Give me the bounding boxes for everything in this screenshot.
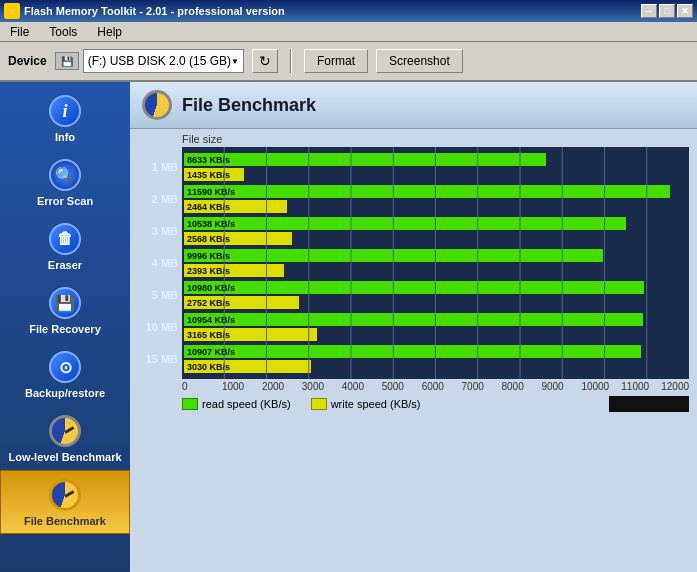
bar-read-15mb: 10907 KB/s: [184, 345, 687, 358]
sidebar-item-error-scan[interactable]: 🔍 Error Scan: [0, 150, 130, 214]
bar-write-4mb: 2393 KB/s: [184, 264, 687, 277]
bar-write-fill-3mb: 2568 KB/s: [184, 232, 292, 245]
bar-write-1mb: 1435 KB/s: [184, 168, 687, 181]
sidebar: i Info 🔍 Error Scan 🗑 Eraser 💾 File Reco…: [0, 82, 130, 572]
bar-read-fill-15mb: 10907 KB/s: [184, 345, 641, 358]
bar-write-label-4mb: 2393 KB/s: [184, 266, 233, 276]
bar-group-15mb: 10907 KB/s 3030 KB/s: [182, 345, 689, 373]
bar-write-2mb: 2464 KB/s: [184, 200, 687, 213]
bar-write-label-2mb: 2464 KB/s: [184, 202, 233, 212]
bar-read-label-5mb: 10980 KB/s: [184, 283, 238, 293]
bar-read-fill-4mb: 9996 KB/s: [184, 249, 603, 262]
bar-write-fill-15mb: 3030 KB/s: [184, 360, 311, 373]
x-tick-10000: 10000: [581, 381, 621, 392]
bar-read-label-10mb: 10954 KB/s: [184, 315, 238, 325]
sidebar-label-low-level-benchmark: Low-level Benchmark: [8, 451, 121, 463]
bar-read-1mb: 8633 KB/s: [184, 153, 687, 166]
sidebar-item-backup-restore[interactable]: ⊙ Backup/restore: [0, 342, 130, 406]
info-icon: i: [49, 95, 81, 127]
y-label-5mb: 5 MB: [138, 279, 182, 311]
screenshot-button[interactable]: Screenshot: [376, 49, 463, 73]
panel-clock-icon: [142, 90, 172, 120]
y-label-2mb: 2 MB: [138, 183, 182, 215]
minimize-button[interactable]: ─: [641, 4, 657, 18]
chart-inner: 8633 KB/s 1435 KB/s: [182, 147, 689, 379]
sidebar-item-file-recovery[interactable]: 💾 File Recovery: [0, 278, 130, 342]
menu-help[interactable]: Help: [91, 23, 128, 41]
device-label-text: Device: [8, 54, 47, 68]
sidebar-item-info[interactable]: i Info: [0, 86, 130, 150]
legend: read speed (KB/s) write speed (KB/s): [182, 396, 689, 412]
bar-read-label-3mb: 10538 KB/s: [184, 219, 238, 229]
y-label-4mb: 4 MB: [138, 247, 182, 279]
bar-write-3mb: 2568 KB/s: [184, 232, 687, 245]
chart-file-size-label: File size: [182, 133, 689, 145]
chart-wrapper: File size 1 MB 2 MB 3 MB 4 MB 5 MB 10 MB…: [130, 129, 697, 416]
panel-title: File Benchmark: [182, 95, 316, 116]
bars-area: 8633 KB/s 1435 KB/s: [182, 147, 689, 379]
menu-bar: File Tools Help: [0, 22, 697, 42]
bar-group-1mb: 8633 KB/s 1435 KB/s: [182, 153, 689, 181]
toolbar-separator: [290, 49, 292, 73]
device-icon: 💾: [55, 52, 79, 70]
legend-read-box: [182, 398, 198, 410]
x-tick-5000: 5000: [382, 381, 422, 392]
combo-arrow-icon: ▼: [231, 57, 239, 66]
y-label-3mb: 3 MB: [138, 215, 182, 247]
bar-write-label-1mb: 1435 KB/s: [184, 170, 233, 180]
bar-read-fill-5mb: 10980 KB/s: [184, 281, 644, 294]
x-tick-12000: 12000: [661, 381, 689, 392]
bar-read-3mb: 10538 KB/s: [184, 217, 687, 230]
y-label-10mb: 10 MB: [138, 311, 182, 343]
bar-read-5mb: 10980 KB/s: [184, 281, 687, 294]
menu-file[interactable]: File: [4, 23, 35, 41]
maximize-button[interactable]: □: [659, 4, 675, 18]
title-bar-left: ⚡ Flash Memory Toolkit - 2.01 - professi…: [4, 3, 285, 19]
bar-group-2mb: 11590 KB/s 2464 KB/s: [182, 185, 689, 213]
bar-read-10mb: 10954 KB/s: [184, 313, 687, 326]
bar-read-label-4mb: 9996 KB/s: [184, 251, 233, 261]
bar-group-5mb: 10980 KB/s 2752 KB/s: [182, 281, 689, 309]
legend-write-box: [311, 398, 327, 410]
sidebar-label-backup-restore: Backup/restore: [25, 387, 105, 399]
sidebar-item-eraser[interactable]: 🗑 Eraser: [0, 214, 130, 278]
sidebar-item-low-level-benchmark[interactable]: Low-level Benchmark: [0, 406, 130, 470]
y-label-1mb: 1 MB: [138, 151, 182, 183]
bar-read-label-1mb: 8633 KB/s: [184, 155, 233, 165]
legend-read-label: read speed (KB/s): [202, 398, 291, 410]
bar-write-fill-1mb: 1435 KB/s: [184, 168, 244, 181]
bar-read-fill-2mb: 11590 KB/s: [184, 185, 670, 198]
bar-write-10mb: 3165 KB/s: [184, 328, 687, 341]
bar-read-label-15mb: 10907 KB/s: [184, 347, 238, 357]
bar-write-label-10mb: 3165 KB/s: [184, 330, 233, 340]
title-bar: ⚡ Flash Memory Toolkit - 2.01 - professi…: [0, 0, 697, 22]
error-scan-icon: 🔍: [49, 159, 81, 191]
x-axis: 0 1000 2000 3000 4000 5000 6000 7000 800…: [182, 379, 689, 392]
bar-write-fill-2mb: 2464 KB/s: [184, 200, 287, 213]
bar-group-10mb: 10954 KB/s 3165 KB/s: [182, 313, 689, 341]
device-selector[interactable]: (F:) USB DISK 2.0 (15 GB) ▼: [83, 49, 244, 73]
refresh-button[interactable]: ↻: [252, 49, 278, 73]
x-tick-4000: 4000: [342, 381, 382, 392]
x-tick-6000: 6000: [422, 381, 462, 392]
window-title: Flash Memory Toolkit - 2.01 - profession…: [24, 5, 285, 17]
sidebar-label-eraser: Eraser: [48, 259, 82, 271]
menu-tools[interactable]: Tools: [43, 23, 83, 41]
x-tick-1000: 1000: [222, 381, 262, 392]
bar-group-3mb: 10538 KB/s 2568 KB/s: [182, 217, 689, 245]
bar-read-fill-1mb: 8633 KB/s: [184, 153, 546, 166]
sidebar-label-file-recovery: File Recovery: [29, 323, 101, 335]
y-axis: 1 MB 2 MB 3 MB 4 MB 5 MB 10 MB 15 MB: [138, 147, 182, 379]
x-tick-9000: 9000: [541, 381, 581, 392]
format-button[interactable]: Format: [304, 49, 368, 73]
device-value: (F:) USB DISK 2.0 (15 GB): [88, 54, 231, 68]
close-button[interactable]: ✕: [677, 4, 693, 18]
x-tick-3000: 3000: [302, 381, 342, 392]
bar-write-5mb: 2752 KB/s: [184, 296, 687, 309]
sidebar-item-file-benchmark[interactable]: File Benchmark: [0, 470, 130, 534]
x-tick-7000: 7000: [462, 381, 502, 392]
title-controls: ─ □ ✕: [641, 4, 693, 18]
content-area: File Benchmark File size 1 MB 2 MB 3 MB …: [130, 82, 697, 572]
bar-write-fill-4mb: 2393 KB/s: [184, 264, 284, 277]
eraser-icon: 🗑: [49, 223, 81, 255]
